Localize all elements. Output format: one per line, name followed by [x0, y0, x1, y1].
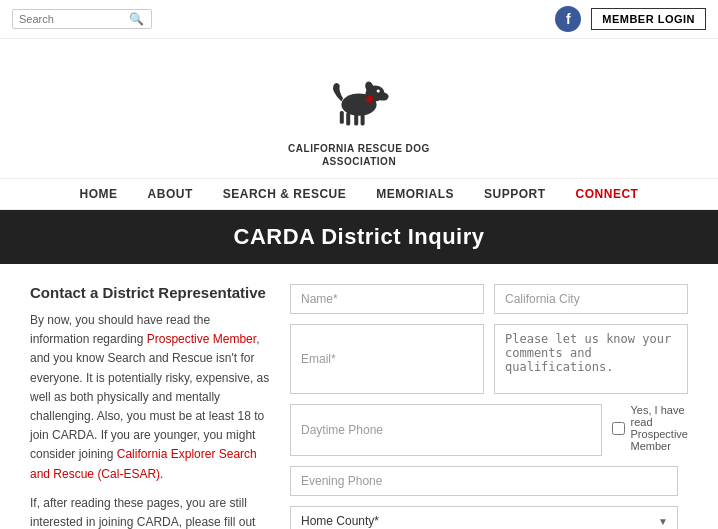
- comments-textarea[interactable]: [494, 324, 688, 394]
- svg-rect-6: [340, 111, 344, 124]
- intro-paragraph-2: If, after reading these pages, you are s…: [30, 494, 270, 529]
- nav-home[interactable]: HOME: [80, 187, 118, 201]
- svg-rect-3: [354, 113, 358, 126]
- checkbox-label-text: Yes, I have read Prospective Member: [631, 404, 688, 452]
- nav-about[interactable]: ABOUT: [148, 187, 193, 201]
- main-nav: HOME ABOUT SEARCH & RESCUE MEMORIALS SUP…: [0, 178, 718, 210]
- svg-rect-4: [361, 113, 365, 126]
- top-right-actions: f MEMBER LOGIN: [555, 6, 706, 32]
- search-input[interactable]: [19, 13, 129, 25]
- contact-form: Yes, I have read Prospective Member Home…: [290, 284, 688, 529]
- prospective-member-checkbox[interactable]: [612, 422, 625, 435]
- nav-memorials[interactable]: MEMORIALS: [376, 187, 454, 201]
- email-input[interactable]: [290, 324, 484, 394]
- member-login-button[interactable]: MEMBER LOGIN: [591, 8, 706, 30]
- page-title: CARDA District Inquiry: [234, 224, 485, 249]
- svg-rect-5: [346, 113, 350, 126]
- city-input[interactable]: [494, 284, 688, 314]
- form-row-2: [290, 324, 688, 394]
- search-icon[interactable]: 🔍: [129, 12, 144, 26]
- prospective-member-link-1[interactable]: Prospective Member: [147, 332, 256, 346]
- form-heading: Contact a District Representative: [30, 284, 270, 301]
- intro-paragraph-1: By now, you should have read the informa…: [30, 311, 270, 484]
- logo-area: CALIFORNIA RESCUE DOG ASSOCIATION: [0, 39, 718, 178]
- svg-point-8: [377, 89, 380, 92]
- form-row-5: Home County* Alameda Alpine Amador Butte…: [290, 506, 688, 529]
- top-bar: 🔍 f MEMBER LOGIN: [0, 0, 718, 39]
- name-input[interactable]: [290, 284, 484, 314]
- logo-text: CALIFORNIA RESCUE DOG ASSOCIATION: [0, 142, 718, 168]
- prospective-member-checkbox-label: Yes, I have read Prospective Member: [612, 404, 688, 452]
- page-title-bar: CARDA District Inquiry: [0, 210, 718, 264]
- left-column: Contact a District Representative By now…: [30, 284, 270, 529]
- logo-image: [319, 55, 399, 135]
- form-row-3: Yes, I have read Prospective Member: [290, 404, 688, 456]
- county-select-wrap: Home County* Alameda Alpine Amador Butte…: [290, 506, 678, 529]
- daytime-phone-input[interactable]: [290, 404, 602, 456]
- nav-search-rescue[interactable]: SEARCH & RESCUE: [223, 187, 347, 201]
- facebook-icon[interactable]: f: [555, 6, 581, 32]
- svg-rect-10: [369, 95, 371, 103]
- county-select[interactable]: Home County* Alameda Alpine Amador Butte…: [290, 506, 678, 529]
- form-row-4: [290, 466, 688, 496]
- svg-point-7: [377, 93, 388, 101]
- nav-connect[interactable]: CONNECT: [576, 187, 639, 201]
- nav-support[interactable]: SUPPORT: [484, 187, 546, 201]
- form-row-1: [290, 284, 688, 314]
- evening-phone-input[interactable]: [290, 466, 678, 496]
- search-box[interactable]: 🔍: [12, 9, 152, 29]
- main-content: Contact a District Representative By now…: [0, 264, 718, 529]
